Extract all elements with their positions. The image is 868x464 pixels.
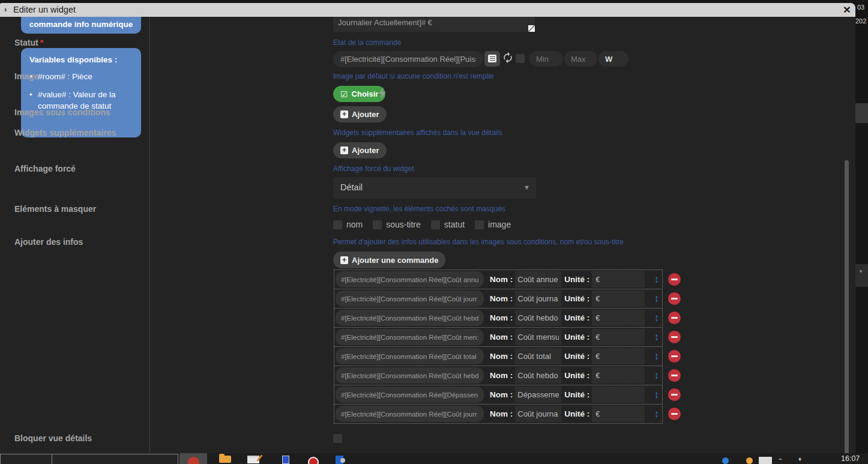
sort-arrows-icon[interactable]: ↕	[654, 389, 660, 401]
add-image-condition-button[interactable]: + Ajouter	[333, 106, 387, 122]
row-unite-input[interactable]	[592, 329, 645, 345]
display-mode-select[interactable]: Détail ▼	[333, 177, 536, 199]
sort-arrows-icon[interactable]: ↕	[654, 293, 660, 305]
plus-icon: +	[340, 256, 348, 264]
nom-checkbox[interactable]	[333, 220, 342, 229]
background-dropdown-fragment: ▼	[855, 264, 868, 287]
row-unite-input[interactable]	[592, 367, 645, 384]
max-input[interactable]	[564, 51, 597, 67]
widgets-supp-help: Widgets supplémentaires affichés dans la…	[333, 128, 502, 137]
row-nom-input[interactable]	[515, 329, 561, 345]
row-command-input[interactable]	[336, 387, 484, 403]
tray-orange-icon[interactable]	[746, 457, 753, 464]
command-row: Nom :Unité :↕	[334, 346, 694, 366]
media-player-icon[interactable]	[308, 457, 319, 464]
remove-row-button[interactable]	[668, 388, 681, 401]
row-unite-input[interactable]	[592, 406, 645, 422]
row-command-input[interactable]	[336, 291, 484, 307]
command-rows: Nom :Unité :↕Nom :Unité :↕Nom :Unité :↕N…	[334, 270, 694, 424]
widgets-supp-label: Widgets supplémentaires	[14, 128, 116, 137]
remove-row-button[interactable]	[668, 369, 681, 382]
taskbar-active-app-button[interactable]	[179, 453, 207, 464]
image-help: Image par défaut si aucune condition n'e…	[333, 72, 494, 80]
command-picker-button[interactable]	[484, 51, 500, 67]
sous-titre-checkbox[interactable]	[373, 220, 382, 229]
remove-row-button[interactable]	[668, 408, 681, 420]
sous-titre-option-label: sous-titre	[386, 220, 421, 229]
row-nom-input[interactable]	[515, 271, 561, 288]
mask-option-statut: statut	[431, 220, 465, 229]
mask-option-sous-titre: sous-titre	[373, 220, 421, 229]
image-mask-checkbox[interactable]	[475, 220, 484, 229]
command-row: Nom :Unité :↕	[334, 327, 694, 347]
screen: 03 202 ▼ commande info numérique Variabl…	[0, 0, 868, 464]
command-row-box: Nom :Unité :↕	[334, 366, 663, 385]
remove-row-button[interactable]	[668, 312, 681, 324]
command-row-box: Nom :Unité :↕	[334, 346, 663, 366]
row-command-input[interactable]	[336, 271, 484, 288]
chevron-down-icon: ▼	[523, 184, 530, 191]
sort-arrows-icon[interactable]: ↕	[654, 274, 660, 286]
taskbar-clock: 16:07	[841, 454, 860, 463]
tray-blue-icon[interactable]	[722, 457, 729, 464]
statut-mask-checkbox[interactable]	[431, 220, 440, 229]
add-command-button[interactable]: + Ajouter une commande	[333, 252, 445, 268]
add-widget-label: Ajouter	[352, 146, 379, 155]
image-label: Image	[14, 71, 38, 81]
bloquer-label: Bloquer vue détails	[14, 433, 92, 443]
row-unite-input[interactable]	[592, 271, 645, 288]
nom-label: Nom :	[490, 313, 513, 322]
row-nom-input[interactable]	[515, 387, 561, 403]
remove-row-button[interactable]	[668, 331, 681, 343]
blue-app-icon[interactable]	[282, 456, 289, 464]
subtitle-textarea[interactable]: Journalier Actuellement]# €	[333, 17, 535, 32]
row-command-input[interactable]	[336, 310, 484, 326]
row-nom-input[interactable]	[515, 406, 561, 422]
sort-arrows-icon[interactable]: ↕	[654, 312, 660, 324]
sort-arrows-icon[interactable]: ↕	[654, 331, 660, 343]
remove-row-button[interactable]	[668, 292, 681, 305]
row-command-input[interactable]	[336, 367, 484, 384]
nom-label: Nom :	[490, 333, 513, 342]
close-icon[interactable]: ×	[839, 3, 855, 17]
min-input[interactable]	[529, 51, 563, 67]
row-unite-input[interactable]	[592, 387, 645, 403]
row-command-input[interactable]	[336, 348, 484, 364]
row-nom-input[interactable]	[515, 310, 561, 326]
display-mode-value: Détail	[340, 182, 363, 192]
statut-checkbox[interactable]	[516, 54, 525, 63]
notepad-icon[interactable]	[247, 456, 259, 463]
command-row: Nom :Unité :↕	[334, 366, 694, 385]
variables-title: Variables disponibles :	[29, 55, 133, 64]
statut-option-label: statut	[444, 220, 465, 229]
row-unite-input[interactable]	[592, 348, 645, 364]
row-unite-input[interactable]	[592, 291, 645, 307]
checkbox-check-icon: ☑	[340, 90, 348, 98]
command-type-box: commande info numérique	[21, 17, 141, 34]
statut-command-input[interactable]	[333, 51, 483, 67]
vertical-scrollbar[interactable]	[845, 160, 849, 453]
row-nom-input[interactable]	[515, 348, 561, 364]
row-nom-input[interactable]	[515, 291, 561, 307]
sort-arrows-icon[interactable]: ↕	[654, 370, 660, 382]
unit-input[interactable]	[598, 51, 628, 67]
add-widget-button[interactable]: + Ajouter	[333, 142, 387, 158]
row-nom-input[interactable]	[515, 367, 561, 384]
sort-arrows-icon[interactable]: ↕	[654, 408, 660, 420]
sort-arrows-icon[interactable]: ↕	[654, 351, 660, 363]
row-command-input[interactable]	[336, 329, 484, 345]
folder-icon[interactable]	[219, 456, 231, 463]
resize-grip-icon[interactable]	[528, 25, 535, 32]
background-date-fragment: 202	[855, 17, 866, 25]
bloquer-checkbox[interactable]	[333, 434, 342, 443]
remove-row-button[interactable]	[668, 350, 681, 363]
browser-icon[interactable]	[336, 456, 343, 464]
row-unite-input[interactable]	[592, 310, 645, 326]
row-command-input[interactable]	[336, 406, 484, 422]
tray-volume-icon[interactable]: ♦	[798, 456, 801, 462]
plus-icon: +	[340, 146, 348, 154]
tray-glyph-icon[interactable]: ⌁	[779, 456, 782, 462]
remove-row-button[interactable]	[668, 273, 681, 286]
refresh-icon[interactable]	[502, 52, 514, 64]
tray-window-icon[interactable]	[759, 457, 772, 464]
